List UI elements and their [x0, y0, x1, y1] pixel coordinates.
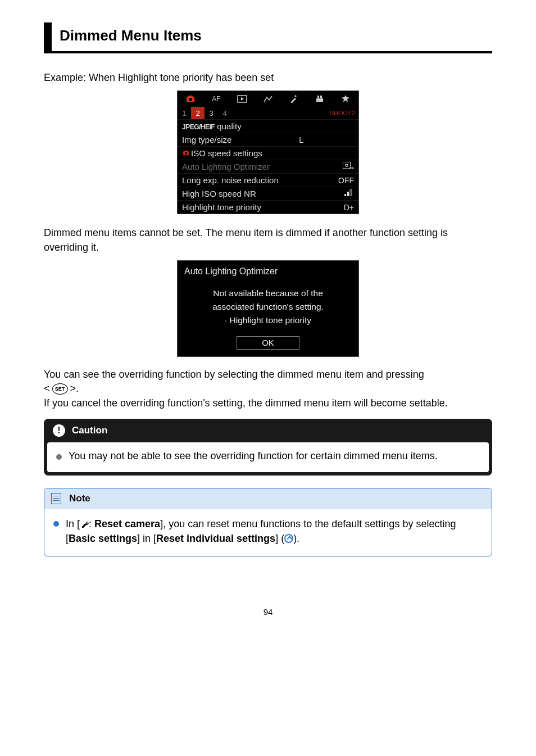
nr-bars-icon — [344, 189, 354, 198]
mymenu-tab-icon — [333, 94, 358, 103]
custom-tab-icon — [307, 94, 333, 103]
set-button-line: < SET >. — [44, 383, 492, 395]
caution-box: ! Caution You may not be able to see the… — [44, 419, 492, 476]
camera-menu-screenshot: AF 1 2 3 4 SHOOT2 JPE — [177, 90, 359, 214]
caution-warning-icon: ! — [53, 424, 65, 437]
bullet-icon — [56, 454, 62, 460]
page-number: 94 — [44, 607, 492, 617]
dialog-title: Auto Lighting Optimizer — [178, 261, 358, 284]
menu-row-htp: Highlight tone priority D+ — [178, 200, 358, 214]
bullet-icon — [53, 521, 59, 527]
explain-dimmed: Dimmed menu items cannot be set. The men… — [44, 225, 492, 255]
note-icon — [51, 493, 61, 504]
svg-point-0 — [189, 98, 192, 101]
note-text: In [: Reset camera], you can reset menu … — [66, 517, 483, 546]
menu-row-prefix: JPEG/HEIF — [182, 123, 215, 131]
page-title-block: Dimmed Menu Items — [44, 22, 492, 53]
page-title: Dimmed Menu Items — [60, 27, 492, 44]
subtab-2: 2 — [191, 107, 205, 119]
set-button-icon: SET — [52, 383, 68, 395]
af-tab-icon: AF — [203, 95, 229, 103]
menu-row-long-exp-nr: Long exp. noise reduction OFF — [178, 173, 358, 187]
menu-top-tabs: AF — [178, 91, 358, 107]
note-header: Note — [44, 488, 492, 509]
note-body: In [: Reset camera], you can reset menu … — [44, 509, 492, 556]
explain-cancel-override: If you cancel the overriding function's … — [44, 396, 492, 410]
menu-row-alo-dimmed: Auto Lighting Optimizer OFF — [178, 160, 358, 173]
svg-rect-11 — [344, 194, 346, 196]
svg-point-7 — [346, 164, 348, 166]
example-caption: Example: When Highlight tone priority ha… — [44, 70, 492, 85]
override-dialog-screenshot: Auto Lighting Optimizer Not available be… — [177, 260, 359, 357]
menu-page-label: SHOOT2 — [330, 107, 358, 119]
caution-text: You may not be able to see the overridin… — [69, 450, 438, 462]
setup-tab-icon — [281, 94, 307, 103]
link-icon[interactable] — [284, 534, 293, 543]
caution-body: You may not be able to see the overridin… — [47, 442, 489, 472]
camera-tab-icon — [178, 94, 203, 103]
playback-tab-icon — [229, 95, 255, 103]
menu-row-img-type: Img type/size L — [178, 133, 358, 146]
svg-rect-10 — [347, 192, 349, 196]
explain-see-override: You can see the overriding function by s… — [44, 367, 492, 382]
menu-row-iso-settings: ISO speed settings — [178, 146, 358, 160]
alo-off-icon: OFF — [343, 162, 354, 171]
menu-row-jpeg-quality: JPEG/HEIF quality — [178, 119, 358, 133]
svg-rect-3 — [320, 96, 322, 98]
svg-rect-9 — [350, 189, 352, 196]
svg-text:OFF: OFF — [349, 166, 354, 170]
svg-point-5 — [185, 152, 187, 155]
svg-rect-4 — [316, 98, 323, 102]
dialog-ok-button: OK — [237, 336, 299, 350]
subtab-3: 3 — [205, 107, 218, 119]
caution-header-label: Caution — [72, 425, 107, 436]
camera-prefix-icon — [182, 150, 190, 156]
caution-header: ! Caution — [44, 419, 492, 442]
dialog-body: Not available because of the associated … — [178, 284, 358, 336]
subtab-4: 4 — [218, 107, 231, 119]
note-header-label: Note — [69, 493, 90, 504]
network-tab-icon — [255, 95, 281, 103]
menu-row-high-iso-nr: High ISO speed NR — [178, 187, 358, 200]
svg-rect-2 — [317, 96, 319, 98]
menu-subtabs: 1 2 3 4 SHOOT2 — [178, 107, 358, 119]
subtab-1: 1 — [178, 107, 191, 119]
note-box: Note In [: Reset camera], you can reset … — [44, 488, 492, 556]
wrench-icon — [80, 519, 89, 528]
